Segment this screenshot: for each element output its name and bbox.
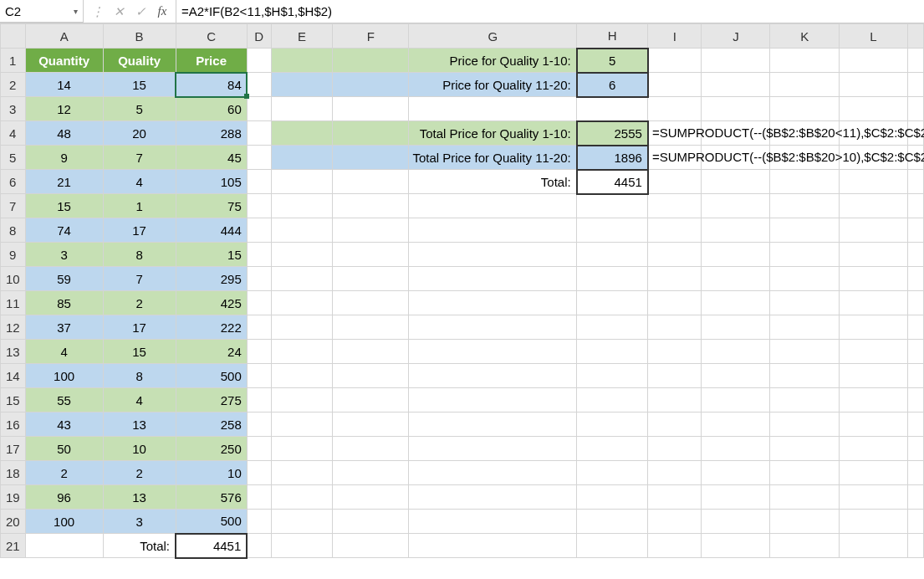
cell-M20[interactable]: [908, 510, 924, 534]
cell-J7[interactable]: [702, 194, 770, 218]
row-header-8[interactable]: 8: [1, 218, 26, 243]
cell-C1[interactable]: Price: [176, 49, 247, 73]
cell-G20[interactable]: [409, 510, 577, 534]
cell-G16[interactable]: [409, 412, 577, 437]
cell-C14[interactable]: 500: [176, 364, 247, 388]
cell-G15[interactable]: [409, 388, 577, 412]
row-header-2[interactable]: 2: [1, 73, 26, 97]
cell-F19[interactable]: [333, 485, 409, 510]
row-header-15[interactable]: 15: [1, 388, 26, 412]
cell-I20[interactable]: [648, 510, 702, 534]
cell-M1[interactable]: [908, 49, 924, 73]
cell-L10[interactable]: [839, 267, 907, 291]
cell-L2[interactable]: [839, 73, 907, 97]
cell-I21[interactable]: [648, 534, 702, 558]
col-header-B[interactable]: B: [103, 24, 176, 49]
cell-E18[interactable]: [271, 461, 332, 485]
cell-I7[interactable]: [648, 194, 702, 218]
cell-A11[interactable]: 85: [25, 291, 103, 315]
cell-G1[interactable]: Price for Quality 1-10:: [409, 49, 577, 73]
cell-J1[interactable]: [702, 49, 770, 73]
cell-L16[interactable]: [839, 412, 907, 437]
cell-C2[interactable]: 84: [176, 73, 247, 97]
col-header-I[interactable]: I: [648, 24, 702, 49]
cell-M9[interactable]: [908, 243, 924, 267]
cell-F21[interactable]: [333, 534, 409, 558]
cell-E14[interactable]: [271, 364, 332, 388]
row-header-13[interactable]: 13: [1, 340, 26, 364]
cell-I12[interactable]: [648, 315, 702, 340]
cell-K3[interactable]: [770, 97, 839, 121]
cell-L14[interactable]: [839, 364, 907, 388]
fx-icon[interactable]: fx: [152, 3, 172, 21]
cell-E1[interactable]: [271, 49, 332, 73]
cell-A4[interactable]: 48: [25, 121, 103, 146]
cell-F11[interactable]: [333, 291, 409, 315]
cell-C20[interactable]: 500: [176, 510, 247, 534]
row-header-16[interactable]: 16: [1, 412, 26, 437]
cell-D16[interactable]: [247, 412, 271, 437]
cell-A15[interactable]: 55: [25, 388, 103, 412]
cell-J13[interactable]: [702, 340, 770, 364]
cell-M6[interactable]: [908, 170, 924, 194]
cell-M21[interactable]: [908, 534, 924, 558]
cell-B12[interactable]: 17: [103, 315, 176, 340]
cell-M8[interactable]: [908, 218, 924, 243]
formula-input[interactable]: =A2*IF(B2<11,$H$1,$H$2): [176, 0, 924, 23]
row-header-18[interactable]: 18: [1, 461, 26, 485]
cell-E11[interactable]: [271, 291, 332, 315]
cell-I16[interactable]: [648, 412, 702, 437]
cell-L12[interactable]: [839, 315, 907, 340]
cell-H7[interactable]: [577, 194, 648, 218]
cell-H21[interactable]: [577, 534, 648, 558]
cell-C5[interactable]: 45: [176, 146, 247, 170]
cell-E16[interactable]: [271, 412, 332, 437]
cell-G9[interactable]: [409, 243, 577, 267]
cell-B11[interactable]: 2: [103, 291, 176, 315]
cell-B3[interactable]: 5: [103, 97, 176, 121]
cell-D14[interactable]: [247, 364, 271, 388]
cell-M7[interactable]: [908, 194, 924, 218]
cell-I8[interactable]: [648, 218, 702, 243]
cell-B8[interactable]: 17: [103, 218, 176, 243]
cell-F10[interactable]: [333, 267, 409, 291]
cell-A13[interactable]: 4: [25, 340, 103, 364]
cell-K11[interactable]: [770, 291, 839, 315]
cell-I4[interactable]: =SUMPRODUCT(--($B$2:$B$20<11),$C$2:$C$20…: [648, 121, 702, 146]
cell-B15[interactable]: 4: [103, 388, 176, 412]
cell-F12[interactable]: [333, 315, 409, 340]
cell-K8[interactable]: [770, 218, 839, 243]
cell-I9[interactable]: [648, 243, 702, 267]
cell-A10[interactable]: 59: [25, 267, 103, 291]
cell-I1[interactable]: [648, 49, 702, 73]
cell-J10[interactable]: [702, 267, 770, 291]
cell-A2[interactable]: 14: [25, 73, 103, 97]
cell-M12[interactable]: [908, 315, 924, 340]
cell-L18[interactable]: [839, 461, 907, 485]
cell-F2[interactable]: [333, 73, 409, 97]
cell-D18[interactable]: [247, 461, 271, 485]
row-header-11[interactable]: 11: [1, 291, 26, 315]
cell-D20[interactable]: [247, 510, 271, 534]
cell-A14[interactable]: 100: [25, 364, 103, 388]
cell-H8[interactable]: [577, 218, 648, 243]
cell-J20[interactable]: [702, 510, 770, 534]
cell-K16[interactable]: [770, 412, 839, 437]
cell-B4[interactable]: 20: [103, 121, 176, 146]
name-box[interactable]: C2 ▾: [0, 0, 84, 23]
cell-F16[interactable]: [333, 412, 409, 437]
cell-I3[interactable]: [648, 97, 702, 121]
select-all-corner[interactable]: [1, 24, 26, 49]
cell-D1[interactable]: [247, 49, 271, 73]
cell-A6[interactable]: 21: [25, 170, 103, 194]
cell-B2[interactable]: 15: [103, 73, 176, 97]
col-header-M[interactable]: [908, 24, 924, 49]
cell-F20[interactable]: [333, 510, 409, 534]
row-header-7[interactable]: 7: [1, 194, 26, 218]
cell-D7[interactable]: [247, 194, 271, 218]
cell-E8[interactable]: [271, 218, 332, 243]
cell-H20[interactable]: [577, 510, 648, 534]
cell-H2[interactable]: 6: [577, 73, 648, 97]
cell-H13[interactable]: [577, 340, 648, 364]
cell-C4[interactable]: 288: [176, 121, 247, 146]
